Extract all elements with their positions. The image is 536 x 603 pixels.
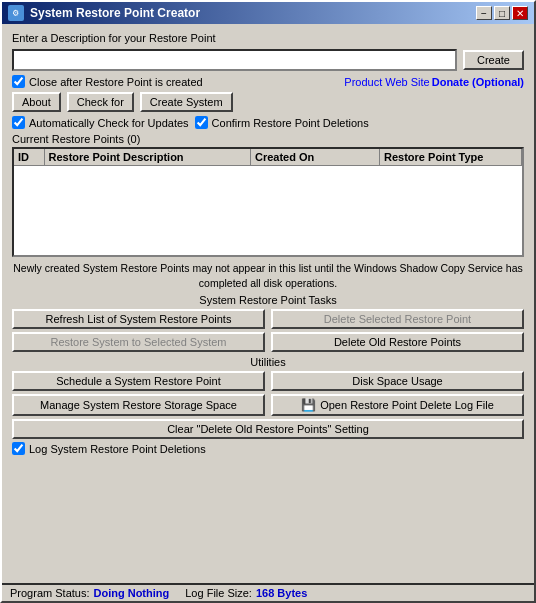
utilities-title: Utilities [12, 356, 524, 368]
clear-setting-button[interactable]: Clear "Delete Old Restore Points" Settin… [12, 419, 524, 439]
col-type: Restore Point Type [380, 149, 522, 166]
current-restore-label: Current Restore Points (0) [12, 133, 524, 145]
main-window: ⚙ System Restore Point Creator − □ ✕ Ent… [0, 0, 536, 603]
utilities-row3: Clear "Delete Old Restore Points" Settin… [12, 419, 524, 439]
log-deletions-checkbox[interactable] [12, 442, 25, 455]
manage-storage-button[interactable]: Manage System Restore Storage Space [12, 394, 265, 416]
log-size-value: 168 Bytes [256, 587, 307, 599]
log-deletions-row: Log System Restore Point Deletions [12, 442, 524, 455]
restore-points-table-wrapper: ID Restore Point Description Created On … [12, 147, 524, 257]
options-row2: Automatically Check for Updates Confirm … [12, 116, 524, 129]
col-id: ID [14, 149, 44, 166]
maximize-button[interactable]: □ [494, 6, 510, 20]
utilities-section: Utilities Schedule a System Restore Poin… [12, 356, 524, 455]
confirm-deletions-checkbox[interactable] [195, 116, 208, 129]
open-log-button[interactable]: 💾 Open Restore Point Delete Log File [271, 394, 524, 416]
title-buttons: − □ ✕ [476, 6, 528, 20]
close-after-checkbox[interactable] [12, 75, 25, 88]
restore-points-table: ID Restore Point Description Created On … [14, 149, 522, 166]
product-web-site-link[interactable]: Product Web Site [344, 76, 429, 88]
options-row1: Close after Restore Point is created Pro… [12, 75, 524, 88]
close-after-checkbox-label[interactable]: Close after Restore Point is created [12, 75, 203, 88]
tasks-row2: Restore System to Selected System Delete… [12, 332, 524, 352]
close-button[interactable]: ✕ [512, 6, 528, 20]
create-system-button[interactable]: Create System [140, 92, 233, 112]
about-button[interactable]: About [12, 92, 61, 112]
description-input[interactable] [12, 49, 457, 71]
program-status-value: Doing Nothing [93, 587, 169, 599]
donate-link[interactable]: Donate (Optional) [432, 76, 524, 88]
table-header: ID Restore Point Description Created On … [14, 149, 522, 166]
title-bar: ⚙ System Restore Point Creator − □ ✕ [2, 2, 534, 24]
note-text: Newly created System Restore Points may … [12, 261, 524, 290]
schedule-button[interactable]: Schedule a System Restore Point [12, 371, 265, 391]
check-for-button[interactable]: Check for [67, 92, 134, 112]
description-section: Enter a Description for your Restore Poi… [12, 32, 524, 71]
refresh-button[interactable]: Refresh List of System Restore Points [12, 309, 265, 329]
log-size-label: Log File Size: [185, 587, 252, 599]
col-description: Restore Point Description [44, 149, 250, 166]
log-icon: 💾 [301, 398, 316, 412]
main-content: Enter a Description for your Restore Poi… [2, 24, 534, 583]
status-bar: Program Status: Doing Nothing Log File S… [2, 583, 534, 601]
auto-check-label[interactable]: Automatically Check for Updates [12, 116, 189, 129]
delete-old-button[interactable]: Delete Old Restore Points [271, 332, 524, 352]
title-bar-left: ⚙ System Restore Point Creator [8, 5, 200, 21]
delete-selected-button: Delete Selected Restore Point [271, 309, 524, 329]
restore-system-button: Restore System to Selected System [12, 332, 265, 352]
minimize-button[interactable]: − [476, 6, 492, 20]
log-size: Log File Size: 168 Bytes [185, 587, 307, 599]
utilities-row1: Schedule a System Restore Point Disk Spa… [12, 371, 524, 391]
action-buttons-row: About Check for Create System [12, 92, 524, 112]
app-icon: ⚙ [8, 5, 24, 21]
disk-space-button[interactable]: Disk Space Usage [271, 371, 524, 391]
tasks-row1: Refresh List of System Restore Points De… [12, 309, 524, 329]
window-title: System Restore Point Creator [30, 6, 200, 20]
auto-check-checkbox[interactable] [12, 116, 25, 129]
program-status-label: Program Status: [10, 587, 89, 599]
utilities-row2: Manage System Restore Storage Space 💾 Op… [12, 394, 524, 416]
restore-points-section: Current Restore Points (0) ID Restore Po… [12, 133, 524, 257]
tasks-title: System Restore Point Tasks [12, 294, 524, 306]
log-deletions-label[interactable]: Log System Restore Point Deletions [12, 442, 524, 455]
tasks-section: System Restore Point Tasks Refresh List … [12, 294, 524, 352]
confirm-deletions-label[interactable]: Confirm Restore Point Deletions [195, 116, 369, 129]
create-button[interactable]: Create [463, 50, 524, 70]
program-status: Program Status: Doing Nothing [10, 587, 169, 599]
product-links: Product Web Site Donate (Optional) [344, 76, 524, 88]
description-label: Enter a Description for your Restore Poi… [12, 32, 216, 44]
col-created: Created On [250, 149, 379, 166]
